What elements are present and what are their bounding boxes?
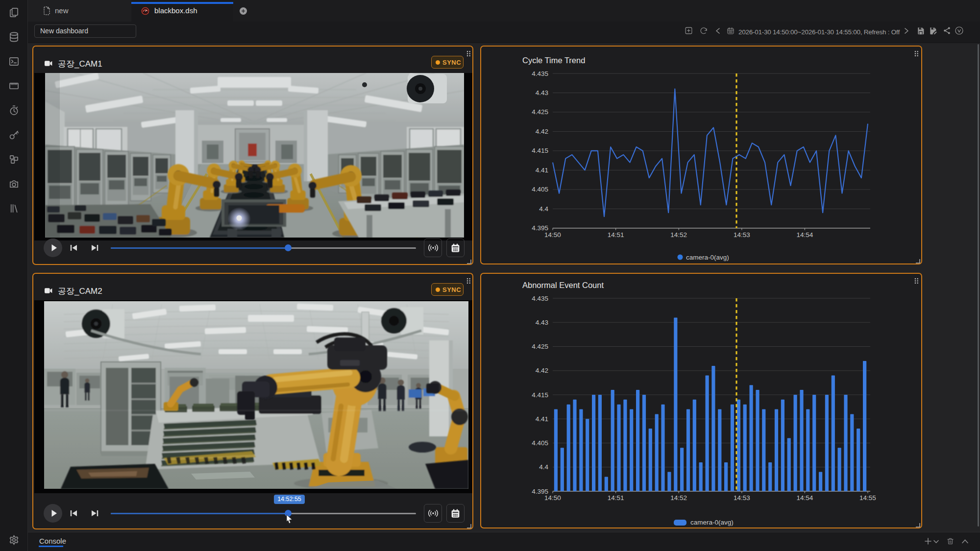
svg-text:14:53: 14:53 [734, 231, 750, 239]
svg-text:14:50: 14:50 [544, 494, 561, 502]
svg-text:14:53: 14:53 [734, 494, 750, 502]
svg-text:14:54: 14:54 [797, 231, 813, 239]
svg-text:4.415: 4.415 [532, 391, 548, 399]
svg-text:4.435: 4.435 [532, 295, 548, 302]
svg-text:14:54: 14:54 [797, 494, 813, 502]
svg-text:4.415: 4.415 [532, 147, 548, 154]
svg-text:4.42: 4.42 [536, 367, 548, 374]
svg-text:camera-0(avg): camera-0(avg) [686, 254, 729, 261]
svg-text:camera-0(avg): camera-0(avg) [690, 519, 734, 526]
svg-text:4.435: 4.435 [532, 70, 548, 77]
svg-text:4.405: 4.405 [532, 439, 548, 447]
svg-text:4.41: 4.41 [536, 415, 548, 423]
svg-text:14:52: 14:52 [670, 494, 687, 502]
svg-text:4.42: 4.42 [536, 128, 548, 135]
svg-text:4.43: 4.43 [536, 89, 548, 96]
svg-text:4.425: 4.425 [532, 108, 548, 116]
svg-text:14:51: 14:51 [608, 231, 624, 239]
svg-text:4.41: 4.41 [536, 167, 548, 174]
svg-text:4.4: 4.4 [539, 463, 548, 471]
svg-text:4.425: 4.425 [532, 343, 548, 350]
svg-text:4.405: 4.405 [532, 186, 548, 193]
svg-text:14:50: 14:50 [544, 231, 561, 239]
svg-text:14:52: 14:52 [670, 231, 687, 239]
svg-text:4.4: 4.4 [539, 205, 548, 213]
svg-text:14:51: 14:51 [608, 494, 624, 502]
svg-text:4.43: 4.43 [536, 319, 548, 326]
svg-text:14:55: 14:55 [859, 494, 876, 502]
